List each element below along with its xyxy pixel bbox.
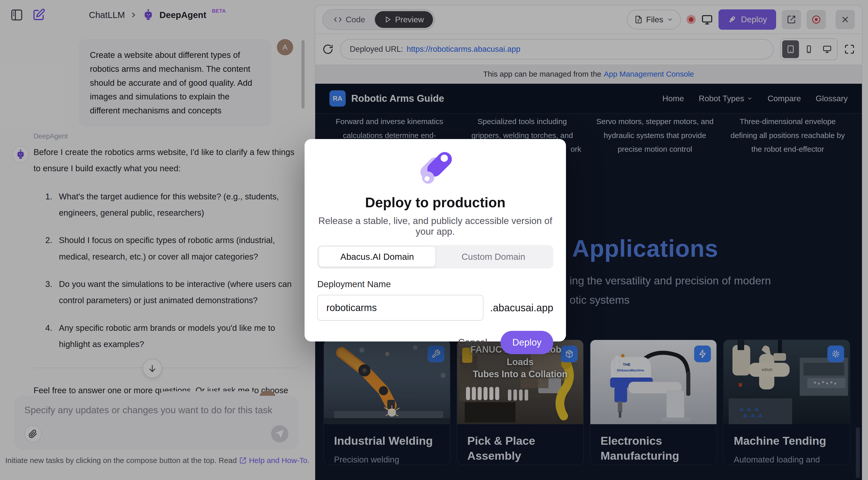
modal-subtitle: Release a stable, live, and publicly acc… <box>317 216 553 237</box>
deploy-modal: Deploy to production Release a stable, l… <box>305 139 566 342</box>
rocket-illustration <box>414 146 457 189</box>
modal-title: Deploy to production <box>317 194 553 211</box>
deployment-name-label: Deployment Name <box>317 279 553 289</box>
tab-custom-domain[interactable]: Custom Domain <box>435 247 552 267</box>
deploy-button-modal[interactable]: Deploy <box>500 331 553 354</box>
tab-abacus-domain[interactable]: Abacus.AI Domain <box>319 247 435 267</box>
cancel-button[interactable]: Cancel <box>458 337 487 348</box>
domain-suffix: .abacusai.app <box>490 302 553 314</box>
domain-tabs: Abacus.AI Domain Custom Domain <box>317 245 553 268</box>
deployment-name-input[interactable] <box>317 295 484 321</box>
